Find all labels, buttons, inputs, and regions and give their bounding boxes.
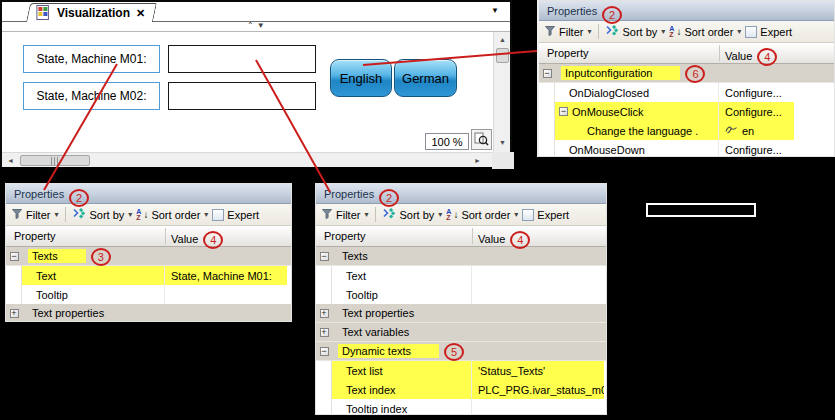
property-group-row[interactable]: +Text properties (316, 304, 606, 323)
sort-by-button[interactable]: Sort by▾ (383, 208, 442, 221)
property-group-row[interactable]: −Dynamic texts5 (316, 342, 606, 361)
property-column-header[interactable]: Property (324, 230, 366, 242)
property-value-cell[interactable]: PLC_PRG.ivar_status_m01 (471, 380, 604, 399)
value-column-header[interactable]: Value4 (171, 230, 223, 248)
property-name-cell: Tooltip (332, 285, 471, 304)
property-value-cell[interactable]: Configure... (718, 102, 794, 121)
filter-label: Filter (336, 209, 360, 221)
property-group-row[interactable]: −Texts (316, 247, 606, 266)
tab-list-dropdown-icon[interactable]: ▼ (491, 6, 499, 15)
expert-checkbox[interactable]: Expert (212, 209, 259, 221)
vertical-scrollbar[interactable]: ▲ ▼ (493, 32, 510, 152)
annotation-badge: 3 (91, 248, 111, 266)
sort-order-button[interactable]: AZ↓Sort order▾ (136, 209, 208, 221)
property-row[interactable]: Tooltip index (316, 399, 606, 415)
property-row[interactable]: −OnMouseClickConfigure... (539, 102, 834, 121)
property-name: OnMouseDown (569, 144, 645, 156)
value-column-header[interactable]: Value4 (478, 230, 530, 248)
expand-icon[interactable]: + (320, 309, 329, 318)
sort-order-button[interactable]: AZ↓Sort order▾ (446, 209, 518, 221)
property-row[interactable]: TextState, Machine M01: (6, 266, 291, 285)
splitter-icon[interactable]: ⌃▼ (247, 21, 268, 30)
property-group-row[interactable]: −Inputconfiguration6 (539, 64, 834, 83)
property-group-row[interactable]: +Text variables (316, 323, 606, 342)
english-button[interactable]: English (330, 59, 392, 97)
checkbox-icon[interactable] (522, 209, 534, 221)
property-value-cell[interactable]: State, Machine M01: (164, 266, 287, 285)
checkbox-icon[interactable] (212, 209, 224, 221)
property-row[interactable]: OnMouseDownConfigure... (539, 140, 834, 157)
filter-button[interactable]: Filter▾ (322, 209, 368, 221)
text-field-m01[interactable]: State, Machine M01: (23, 45, 160, 73)
collapse-icon[interactable]: − (543, 69, 552, 78)
filter-button[interactable]: Filter▾ (12, 209, 58, 221)
expert-checkbox[interactable]: Expert (522, 209, 569, 221)
tab-visualization[interactable]: Visualization ✕ (26, 3, 157, 22)
horizontal-scrollbar[interactable]: ◄ ► (2, 152, 492, 167)
sort-by-label: Sort by (399, 209, 434, 221)
property-value-cell[interactable]: Configure... (718, 140, 794, 157)
expert-checkbox[interactable]: Expert (745, 26, 792, 38)
property-value: Configure... (725, 144, 782, 156)
row-gutter: + (316, 309, 332, 318)
property-group-label: Text properties (28, 306, 108, 320)
property-value-cell[interactable] (164, 285, 287, 304)
property-value-cell[interactable]: 'Status_Texts' (471, 361, 604, 380)
sort-order-button[interactable]: AZ↓Sort order▾ (669, 26, 741, 38)
dynamic-text-field-m02[interactable] (168, 82, 316, 110)
close-icon[interactable]: ✕ (136, 7, 145, 20)
collapse-icon[interactable]: − (559, 107, 568, 116)
zoom-icon[interactable] (471, 129, 492, 150)
expand-icon[interactable]: + (320, 328, 329, 337)
scroll-down-icon[interactable]: ▼ (496, 137, 509, 148)
property-value: Configure... (725, 106, 782, 118)
collapse-icon[interactable]: − (320, 252, 329, 261)
property-row[interactable]: Tooltip (6, 285, 291, 304)
panel-title: Properties (14, 188, 64, 200)
property-value-cell[interactable] (471, 266, 604, 285)
zoom-level[interactable]: 100 % (425, 133, 469, 150)
property-column-header[interactable]: Property (547, 47, 589, 59)
property-value-cell[interactable]: Configure... (718, 83, 794, 102)
property-group-row[interactable]: −Texts3 (6, 247, 291, 266)
scroll-left-icon[interactable]: ◄ (5, 155, 16, 166)
dynamic-text-field-m01[interactable] (168, 45, 316, 73)
checkbox-icon[interactable] (745, 26, 757, 38)
collapse-icon[interactable]: − (320, 347, 329, 356)
property-value-cell[interactable] (471, 399, 604, 415)
property-column-header[interactable]: Property (14, 230, 56, 242)
text-field-m02[interactable]: State, Machine M02: (23, 82, 160, 110)
collapse-icon[interactable]: − (10, 252, 19, 261)
down-arrow-icon: ↓ (143, 210, 148, 220)
property-row[interactable]: Text list'Status_Texts' (316, 361, 606, 380)
property-group-label: Dynamic texts (338, 344, 439, 358)
property-group-row[interactable]: +Text properties (6, 304, 291, 322)
property-row[interactable]: Text (316, 266, 606, 285)
property-group-label: Text properties (338, 306, 418, 320)
value-column-header[interactable]: Value4 (725, 47, 777, 65)
vertical-scroll-thumb[interactable] (496, 48, 509, 63)
row-gutter (316, 380, 332, 399)
row-gutter (316, 285, 332, 304)
property-row[interactable]: Text indexPLC_PRG.ivar_status_m01 (316, 380, 606, 399)
german-button[interactable]: German (394, 59, 457, 97)
property-row[interactable]: Change the language .en (539, 121, 834, 140)
property-value-cell[interactable]: en (718, 121, 794, 140)
scroll-up-icon[interactable]: ▲ (496, 34, 509, 45)
scroll-right-icon[interactable]: ► (472, 155, 483, 166)
property-row[interactable]: Tooltip (316, 285, 606, 304)
sort-by-button[interactable]: Sort by▾ (606, 25, 665, 38)
text-field-m01-label: State, Machine M01: (36, 52, 146, 66)
properties-toolbar: Filter▾Sort by▾AZ↓Sort order▾Expert (316, 204, 606, 226)
property-group-label: Text variables (338, 325, 413, 339)
filter-button[interactable]: Filter▾ (545, 26, 591, 38)
panel-title: Properties (324, 188, 374, 200)
property-name-cell: Change the language . (555, 121, 718, 140)
expand-icon[interactable]: + (10, 309, 19, 318)
property-value-cell[interactable] (471, 285, 604, 304)
sort-by-button[interactable]: Sort by▾ (73, 208, 132, 221)
horizontal-scroll-thumb[interactable] (20, 155, 90, 166)
property-row[interactable]: OnDialogClosedConfigure... (539, 83, 834, 102)
property-name-cell: Tooltip (22, 285, 164, 304)
property-name-cell: Text (332, 266, 471, 285)
